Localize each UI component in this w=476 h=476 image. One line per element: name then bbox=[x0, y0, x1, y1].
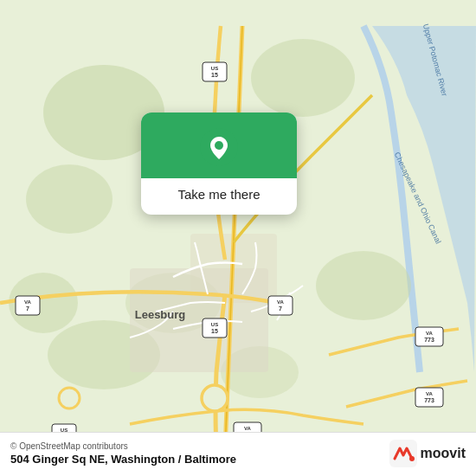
moovit-logo: moovit bbox=[389, 440, 466, 467]
svg-text:VA: VA bbox=[426, 391, 434, 396]
svg-text:15: 15 bbox=[211, 328, 218, 334]
svg-text:773: 773 bbox=[424, 337, 434, 343]
popup-card: Take me there bbox=[141, 113, 297, 215]
address-text: 504 Ginger Sq NE, Washington / Baltimore bbox=[10, 453, 236, 466]
svg-text:US: US bbox=[211, 322, 218, 327]
location-pin-icon bbox=[200, 128, 238, 166]
svg-text:VA: VA bbox=[426, 331, 434, 336]
svg-text:773: 773 bbox=[424, 397, 434, 403]
svg-text:7: 7 bbox=[279, 306, 282, 312]
svg-text:VA: VA bbox=[277, 299, 285, 305]
popup-header bbox=[141, 113, 297, 178]
svg-text:US: US bbox=[211, 66, 218, 71]
attribution-text: © OpenStreetMap contributors bbox=[10, 441, 236, 451]
svg-point-12 bbox=[202, 385, 228, 411]
moovit-icon bbox=[389, 440, 417, 467]
svg-point-6 bbox=[316, 251, 411, 320]
bottom-left: © OpenStreetMap contributors 504 Ginger … bbox=[10, 441, 236, 466]
map-container[interactable]: US 15 VA 7 US 15 VA 643 VA 773 VA 773 VA… bbox=[0, 0, 476, 476]
svg-point-44 bbox=[409, 456, 415, 461]
svg-point-42 bbox=[215, 141, 223, 150]
svg-text:VA: VA bbox=[244, 426, 252, 431]
svg-point-2 bbox=[251, 39, 355, 117]
popup-body: Take me there bbox=[164, 178, 273, 215]
map-svg: US 15 VA 7 US 15 VA 643 VA 773 VA 773 VA… bbox=[0, 0, 476, 476]
moovit-text: moovit bbox=[421, 446, 466, 461]
take-me-there-button[interactable]: Take me there bbox=[177, 187, 260, 202]
svg-point-1 bbox=[26, 164, 113, 234]
bottom-bar: © OpenStreetMap contributors 504 Ginger … bbox=[0, 432, 476, 476]
svg-point-13 bbox=[59, 388, 80, 408]
svg-text:Leesburg: Leesburg bbox=[135, 308, 186, 321]
svg-text:7: 7 bbox=[26, 306, 29, 312]
svg-text:VA: VA bbox=[24, 299, 32, 305]
svg-text:15: 15 bbox=[211, 72, 218, 78]
